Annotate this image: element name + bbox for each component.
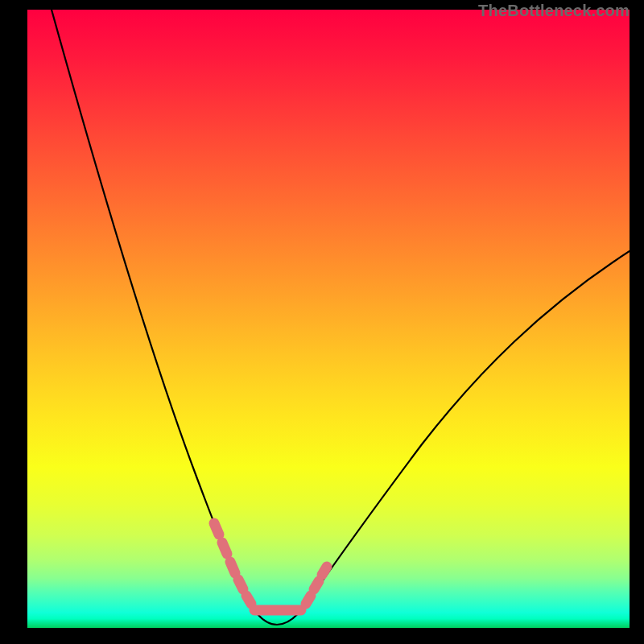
curve-path bbox=[52, 10, 630, 625]
svg-line-6 bbox=[306, 596, 311, 604]
svg-line-3 bbox=[238, 580, 243, 589]
svg-line-0 bbox=[214, 523, 219, 535]
svg-line-2 bbox=[230, 562, 235, 573]
highlight-left-descent bbox=[214, 523, 251, 604]
highlight-right-ascent bbox=[306, 567, 327, 604]
chart-frame: TheBottleneck.com bbox=[0, 0, 644, 644]
bottleneck-curve bbox=[27, 10, 630, 628]
svg-line-4 bbox=[246, 596, 251, 604]
svg-line-8 bbox=[322, 567, 327, 575]
svg-line-7 bbox=[314, 581, 319, 589]
svg-line-1 bbox=[222, 543, 227, 554]
